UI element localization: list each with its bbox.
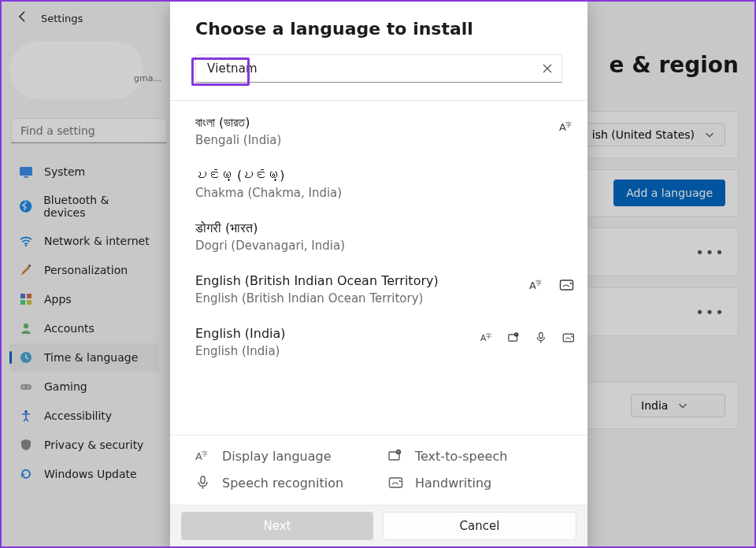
language-english-name: Chakma (Chakma, India) — [195, 186, 480, 200]
language-option[interactable]: English (India)English (India) — [195, 315, 575, 368]
speech-icon — [195, 475, 211, 491]
legend-speech: Speech recognition — [195, 475, 382, 491]
display-language-icon — [195, 448, 211, 464]
display-icon — [529, 278, 545, 292]
display-icon — [559, 120, 575, 134]
legend-display: Display language — [195, 448, 382, 464]
legend-tts: Text-to-speech — [388, 448, 575, 464]
language-search-input[interactable] — [204, 61, 541, 76]
language-option[interactable]: English (British Indian Ocean Territory)… — [195, 262, 575, 315]
clear-search-icon[interactable] — [541, 62, 554, 75]
next-button[interactable]: Next — [181, 512, 373, 540]
language-english-name: English (British Indian Ocean Territory) — [195, 291, 480, 305]
feature-legend: Display language Text-to-speech Speech r… — [170, 435, 587, 505]
language-native-name: English (British Indian Ocean Territory) — [195, 273, 480, 288]
choose-language-dialog: Choose a language to install বাংলা (ভারত… — [170, 2, 587, 548]
language-option[interactable]: डोगरी (भारत)Dogri (Devanagari, India) — [195, 209, 575, 262]
dialog-title: Choose a language to install — [195, 19, 562, 39]
handwriting-icon — [559, 278, 575, 292]
language-english-name: Dogri (Devanagari, India) — [195, 239, 480, 253]
language-native-name: বাংলা (ভারত) — [195, 115, 480, 130]
speech-icon — [535, 331, 548, 345]
language-native-name: 𑄌𑄋𑄴𑄟𑄳 (𑄌𑄋𑄴𑄟𑄳) — [195, 168, 480, 183]
handwriting-icon — [388, 475, 404, 491]
tts-icon — [388, 448, 404, 464]
language-native-name: English (India) — [195, 326, 480, 341]
language-native-name: डोगरी (भारत) — [195, 220, 480, 235]
language-option[interactable]: 𑄌𑄋𑄴𑄟𑄳 (𑄌𑄋𑄴𑄟𑄳)Chakma (Chakma, India) — [195, 157, 575, 209]
language-list[interactable]: বাংলা (ভারত)Bengali (India)𑄌𑄋𑄴𑄟𑄳 (𑄌𑄋𑄴𑄟𑄳)… — [170, 101, 587, 435]
language-english-name: Bengali (India) — [195, 133, 480, 147]
language-search-wrap — [195, 54, 562, 83]
legend-handwriting: Handwriting — [388, 475, 575, 491]
cancel-button[interactable]: Cancel — [383, 512, 576, 540]
display-icon — [480, 331, 494, 345]
tts-icon — [508, 331, 521, 345]
handwriting-icon — [562, 331, 576, 345]
language-option[interactable]: বাংলা (ভারত)Bengali (India) — [195, 104, 575, 157]
language-english-name: English (India) — [195, 344, 480, 358]
dialog-buttons: Next Cancel — [170, 505, 587, 548]
